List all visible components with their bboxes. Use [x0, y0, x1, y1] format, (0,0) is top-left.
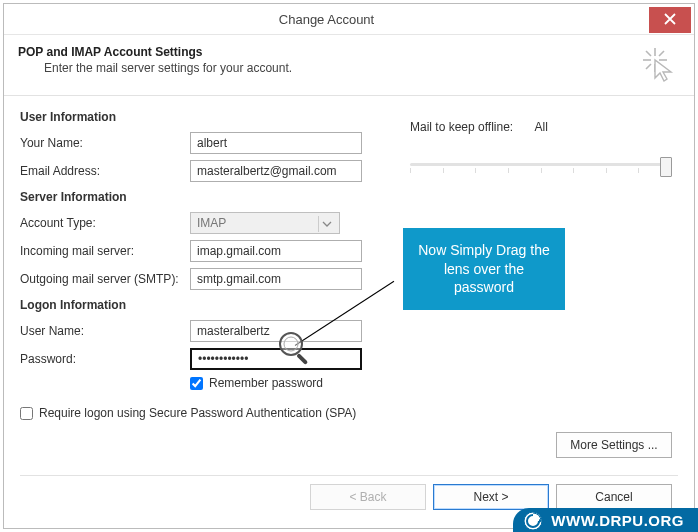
slider-ticks	[410, 168, 672, 173]
label-incoming-server: Incoming mail server:	[20, 244, 190, 258]
remember-password-box[interactable]	[190, 377, 203, 390]
section-user-info: User Information	[20, 110, 400, 124]
cancel-button[interactable]: Cancel	[556, 484, 672, 510]
mail-to-keep-row: Mail to keep offline: All	[410, 120, 678, 134]
label-account-type: Account Type:	[20, 216, 190, 230]
separator	[20, 475, 678, 476]
watermark-text: WWW.DRPU.ORG	[551, 512, 684, 529]
outgoing-server-input[interactable]	[190, 268, 362, 290]
account-type-select: IMAP	[190, 212, 340, 234]
spa-box[interactable]	[20, 407, 33, 420]
svg-line-6	[646, 64, 651, 69]
password-input[interactable]	[190, 348, 362, 370]
label-email: Email Address:	[20, 164, 190, 178]
header-band: POP and IMAP Account Settings Enter the …	[4, 35, 694, 96]
username-input[interactable]	[190, 320, 362, 342]
mail-to-keep-label: Mail to keep offline:	[410, 120, 513, 134]
close-button[interactable]	[649, 7, 691, 33]
svg-line-4	[646, 51, 651, 56]
footer-buttons: < Back Next > Cancel	[310, 484, 672, 510]
mail-to-keep-slider[interactable]	[410, 154, 672, 178]
remember-password-checkbox[interactable]: Remember password	[190, 376, 400, 390]
label-outgoing-server: Outgoing mail server (SMTP):	[20, 272, 190, 286]
titlebar: Change Account	[4, 4, 694, 35]
label-username: User Name:	[20, 324, 190, 338]
close-icon	[664, 12, 676, 28]
remember-password-label: Remember password	[209, 376, 323, 390]
spa-label: Require logon using Secure Password Auth…	[39, 406, 356, 420]
watermark: WWW.DRPU.ORG	[513, 508, 698, 532]
label-your-name: Your Name:	[20, 136, 190, 150]
back-button: < Back	[310, 484, 426, 510]
incoming-server-input[interactable]	[190, 240, 362, 262]
cursor-star-icon	[640, 45, 680, 85]
svg-line-5	[659, 51, 664, 56]
section-logon-info: Logon Information	[20, 298, 400, 312]
email-input[interactable]	[190, 160, 362, 182]
more-settings-button[interactable]: More Settings ...	[556, 432, 672, 458]
chevron-down-icon	[318, 216, 335, 232]
header-subtitle: Enter the mail server settings for your …	[44, 61, 640, 75]
dialog-body: User Information Your Name: Email Addres…	[4, 96, 694, 426]
your-name-input[interactable]	[190, 132, 362, 154]
window-title: Change Account	[4, 12, 649, 27]
instruction-callout: Now Simply Drag the lens over the passwo…	[403, 228, 565, 310]
slider-track	[410, 163, 672, 166]
mail-to-keep-value: All	[535, 120, 548, 134]
next-button[interactable]: Next >	[433, 484, 549, 510]
spa-checkbox[interactable]: Require logon using Secure Password Auth…	[20, 406, 370, 420]
header-title: POP and IMAP Account Settings	[18, 45, 640, 59]
slider-thumb[interactable]	[660, 157, 672, 177]
account-type-value: IMAP	[197, 216, 226, 230]
section-server-info: Server Information	[20, 190, 400, 204]
label-password: Password:	[20, 352, 190, 366]
